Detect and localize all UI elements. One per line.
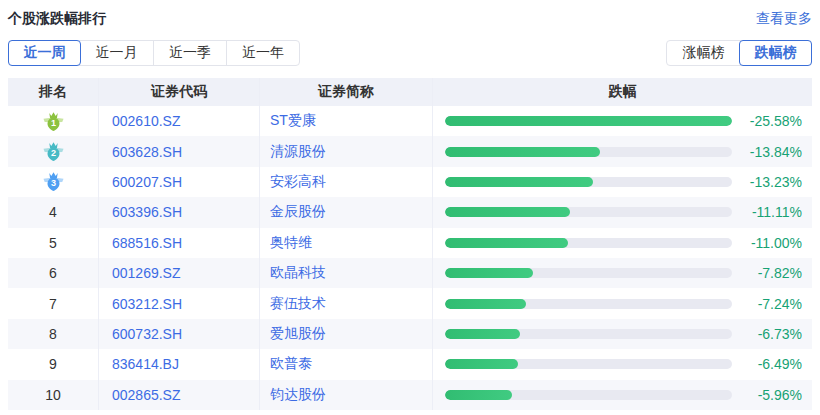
stock-code-link[interactable]: 002865.SZ [112, 387, 181, 403]
rank-cell: 7 [8, 288, 99, 318]
rank-cell: 1 [8, 106, 99, 136]
view-more-link[interactable]: 查看更多 [756, 10, 812, 28]
table-row[interactable]: 8 600732.SH 爱旭股份 -6.73% [8, 319, 812, 349]
stock-code-link[interactable]: 603212.SH [112, 296, 182, 312]
decline-percent: -6.73% [732, 326, 802, 342]
rank-cell: 3 [8, 167, 99, 197]
decline-bar-track [445, 238, 732, 248]
period-tabs: 近一周近一月近一季近一年 [8, 40, 300, 66]
column-header-decline: 跌幅 [433, 78, 812, 106]
svg-text:1: 1 [50, 118, 55, 128]
stock-code-link[interactable]: 688516.SH [112, 235, 182, 251]
rank-cell: 6 [8, 258, 99, 288]
period-tab-1[interactable]: 近一月 [80, 41, 153, 65]
rank-number: 7 [49, 296, 57, 312]
rank-number: 6 [49, 265, 57, 281]
table-row[interactable]: 5 688516.SH 奥特维 -11.00% [8, 228, 812, 258]
decline-bar-track [445, 299, 732, 309]
stock-code-link[interactable]: 001269.SZ [112, 265, 181, 281]
table-row[interactable]: 9 836414.BJ 欧普泰 -6.49% [8, 349, 812, 379]
stock-code-link[interactable]: 603628.SH [112, 144, 182, 160]
decline-bar-track [445, 359, 732, 369]
period-tab-2[interactable]: 近一季 [153, 41, 226, 65]
rank-cell: 5 [8, 228, 99, 258]
decline-bar-track [445, 116, 732, 126]
svg-text:2: 2 [50, 148, 55, 158]
stock-name-link[interactable]: 清源股份 [270, 143, 326, 161]
decline-bar-track [445, 207, 732, 217]
column-header-rank: 排名 [8, 78, 99, 106]
stock-name-link[interactable]: 欧普泰 [270, 355, 312, 373]
decline-percent: -5.96% [732, 387, 802, 403]
decline-bar-fill [445, 116, 732, 126]
rank-cell: 8 [8, 319, 99, 349]
decline-percent: -13.23% [732, 174, 802, 190]
stock-name-link[interactable]: 爱旭股份 [270, 325, 326, 343]
page-title: 个股涨跌幅排行 [8, 10, 106, 28]
table-row[interactable]: 4 603396.SH 金辰股份 -11.11% [8, 197, 812, 227]
decline-bar-fill [445, 207, 570, 217]
rank-cell: 4 [8, 197, 99, 227]
table-row[interactable]: 7 603212.SH 赛伍技术 -7.24% [8, 288, 812, 318]
decline-bar-track [445, 390, 732, 400]
rank-medal-icon: 2 [42, 141, 65, 162]
stock-name-link[interactable]: 欧晶科技 [270, 264, 326, 282]
decline-percent: -25.58% [732, 113, 802, 129]
decline-bar-fill [445, 147, 600, 157]
board-tab-0[interactable]: 涨幅榜 [667, 41, 740, 65]
decline-bar-fill [445, 238, 568, 248]
controls-row: 近一周近一月近一季近一年 涨幅榜跌幅榜 [8, 40, 812, 66]
stock-name-link[interactable]: 钧达股份 [270, 386, 326, 404]
decline-bar-fill [445, 268, 533, 278]
decline-percent: -11.00% [732, 235, 802, 251]
table-header-row: 排名 证券代码 证券简称 跌幅 [8, 78, 812, 106]
period-tab-0[interactable]: 近一周 [8, 40, 81, 66]
decline-percent: -7.24% [732, 296, 802, 312]
rank-number: 4 [49, 204, 57, 220]
decline-bar-fill [445, 299, 526, 309]
decline-percent: -11.11% [732, 204, 802, 220]
table-row[interactable]: 2 603628.SH 清源股份 -13.84% [8, 136, 812, 166]
stock-name-link[interactable]: 奥特维 [270, 234, 312, 252]
table-row[interactable]: 10 002865.SZ 钧达股份 -5.96% [8, 380, 812, 410]
decline-bar-track [445, 329, 732, 339]
rank-medal-icon: 1 [42, 111, 65, 132]
stock-code-link[interactable]: 600732.SH [112, 326, 182, 342]
stock-code-link[interactable]: 836414.BJ [112, 356, 179, 372]
decline-bar-fill [445, 177, 593, 187]
decline-bar-fill [445, 359, 518, 369]
period-tab-3[interactable]: 近一年 [226, 41, 299, 65]
column-header-code: 证券代码 [99, 78, 260, 106]
ranking-table: 排名 证券代码 证券简称 跌幅 1 002610.SZ ST爱康 -25.58%… [8, 78, 812, 410]
stock-name-link[interactable]: 金辰股份 [270, 203, 326, 221]
decline-percent: -13.84% [732, 144, 802, 160]
rank-cell: 9 [8, 349, 99, 379]
rank-number: 9 [49, 356, 57, 372]
table-row[interactable]: 1 002610.SZ ST爱康 -25.58% [8, 106, 812, 136]
stock-code-link[interactable]: 603396.SH [112, 204, 182, 220]
table-row[interactable]: 6 001269.SZ 欧晶科技 -7.82% [8, 258, 812, 288]
decline-bar-fill [445, 390, 512, 400]
rank-number: 5 [49, 235, 57, 251]
svg-text:3: 3 [50, 179, 55, 189]
stock-name-link[interactable]: ST爱康 [270, 112, 316, 130]
decline-bar-track [445, 177, 732, 187]
decline-percent: -7.82% [732, 265, 802, 281]
board-tabs: 涨幅榜跌幅榜 [666, 40, 812, 66]
rank-medal-icon: 3 [42, 171, 65, 192]
table-body: 1 002610.SZ ST爱康 -25.58% 2 603628.SH 清源股… [8, 106, 812, 410]
stock-code-link[interactable]: 600207.SH [112, 174, 182, 190]
stock-ranking-widget: 个股涨跌幅排行 查看更多 近一周近一月近一季近一年 涨幅榜跌幅榜 排名 证券代码… [0, 0, 820, 415]
decline-bar-track [445, 268, 732, 278]
decline-bar-track [445, 147, 732, 157]
rank-number: 8 [49, 326, 57, 342]
stock-name-link[interactable]: 安彩高科 [270, 173, 326, 191]
board-tab-1[interactable]: 跌幅榜 [739, 40, 812, 66]
table-row[interactable]: 3 600207.SH 安彩高科 -13.23% [8, 167, 812, 197]
stock-code-link[interactable]: 002610.SZ [112, 113, 181, 129]
rank-cell: 2 [8, 136, 99, 166]
decline-percent: -6.49% [732, 356, 802, 372]
stock-name-link[interactable]: 赛伍技术 [270, 295, 326, 313]
rank-cell: 10 [8, 380, 99, 410]
widget-header: 个股涨跌幅排行 查看更多 [0, 0, 820, 28]
